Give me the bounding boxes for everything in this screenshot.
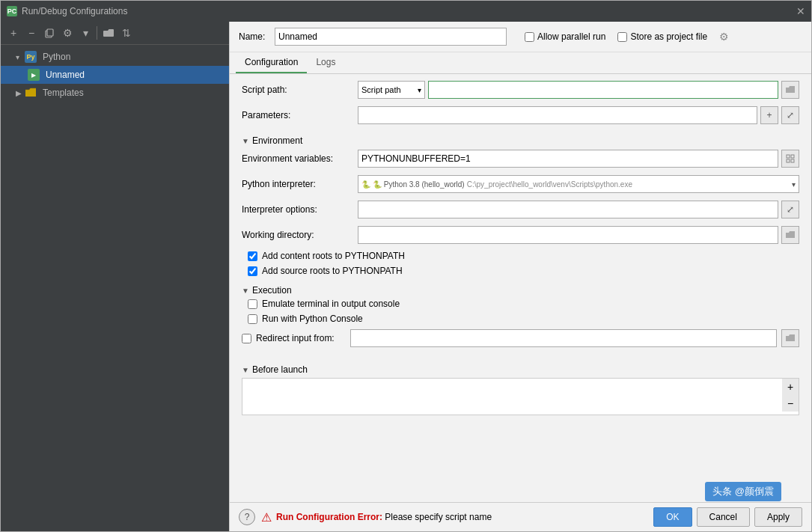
redirect-input-control: Redirect input from: bbox=[242, 329, 799, 347]
help-button[interactable]: ? bbox=[239, 509, 255, 525]
error-icon: ⚠ bbox=[261, 510, 272, 525]
python-arrow-icon: ▾ bbox=[16, 53, 25, 61]
python-interpreter-row: Python interpreter: 🐍 🐍 Python 3.8 (hell… bbox=[242, 174, 799, 194]
add-config-button[interactable]: + bbox=[5, 25, 22, 41]
unnamed-label: Unnamed bbox=[46, 70, 85, 80]
parameters-label: Parameters: bbox=[242, 110, 358, 120]
before-launch-remove-button[interactable]: − bbox=[782, 395, 799, 412]
folder-button[interactable] bbox=[100, 25, 117, 41]
add-source-roots-checkbox[interactable] bbox=[248, 266, 257, 276]
arrow-config-button[interactable]: ▾ bbox=[77, 25, 94, 41]
redirect-input-browse-button[interactable] bbox=[781, 329, 799, 347]
emulate-terminal-label: Emulate terminal in output console bbox=[262, 299, 400, 309]
sort-button[interactable]: ⇅ bbox=[118, 25, 135, 41]
redirect-input-label: Redirect input from: bbox=[256, 333, 346, 343]
add-content-roots-checkbox[interactable] bbox=[248, 251, 257, 261]
templates-label: Templates bbox=[43, 88, 84, 98]
bottom-buttons: OK Cancel Apply bbox=[653, 507, 802, 527]
environment-section-header[interactable]: ▼ Environment bbox=[242, 131, 799, 149]
run-config-icon: ▶ bbox=[28, 69, 40, 81]
ok-button[interactable]: OK bbox=[653, 507, 692, 527]
emulate-terminal-checkbox[interactable] bbox=[248, 299, 257, 309]
execution-arrow-icon: ▼ bbox=[242, 287, 249, 295]
parameters-input[interactable] bbox=[358, 106, 757, 124]
parameters-control: + ⤢ bbox=[358, 106, 799, 124]
redirect-input-checkbox[interactable] bbox=[242, 334, 251, 343]
tree-item-unnamed[interactable]: ▶ Unnamed bbox=[1, 66, 229, 84]
name-label: Name: bbox=[239, 31, 269, 42]
templates-folder-icon bbox=[25, 87, 37, 99]
script-path-control: Script path ▾ bbox=[358, 81, 799, 99]
app-icon: PC bbox=[7, 6, 17, 16]
copy-config-button[interactable] bbox=[41, 25, 58, 41]
error-message-area: ⚠ Run Configuration Error: Please specif… bbox=[261, 510, 492, 525]
allow-parallel-label[interactable]: Allow parallel run bbox=[525, 31, 605, 42]
script-path-browse-button[interactable] bbox=[781, 81, 799, 99]
tree-item-python[interactable]: ▾ Py Python bbox=[1, 48, 229, 66]
settings-config-button[interactable]: ⚙ bbox=[59, 25, 76, 41]
parameters-row: Parameters: + ⤢ bbox=[242, 106, 799, 125]
before-launch-header[interactable]: ▼ Before launch bbox=[242, 364, 799, 375]
execution-section-header[interactable]: ▼ Execution bbox=[242, 281, 799, 299]
parameters-expand-button[interactable]: ⤢ bbox=[781, 106, 799, 124]
allow-parallel-checkbox[interactable] bbox=[525, 32, 534, 42]
apply-button[interactable]: Apply bbox=[754, 507, 802, 527]
title-bar: PC Run/Debug Configurations ✕ bbox=[1, 1, 811, 22]
env-variables-edit-button[interactable] bbox=[781, 150, 799, 168]
interpreter-dropdown-arrow-icon: ▾ bbox=[792, 180, 796, 189]
script-path-row: Script path: Script path ▾ bbox=[242, 80, 799, 100]
tabs-row: Configuration Logs bbox=[230, 52, 811, 74]
interpreter-options-control: ⤢ bbox=[358, 201, 799, 218]
svg-rect-2 bbox=[787, 155, 790, 158]
config-area: Script path: Script path ▾ bbox=[230, 74, 811, 502]
name-options: Allow parallel run Store as project file… bbox=[525, 31, 729, 43]
script-path-input[interactable] bbox=[428, 81, 778, 99]
bottom-bar: ? ⚠ Run Configuration Error: Please spec… bbox=[230, 502, 811, 531]
store-as-project-label[interactable]: Store as project file bbox=[617, 31, 707, 42]
left-panel: + − ⚙ ▾ ⇅ ▾ Py bbox=[1, 22, 229, 531]
env-variables-row: Environment variables: PYTHONUNBUFFERED=… bbox=[242, 149, 799, 168]
before-launch-add-button[interactable]: + bbox=[782, 379, 799, 395]
python-folder-icon: Py bbox=[25, 51, 37, 63]
remove-config-button[interactable]: − bbox=[23, 25, 40, 41]
right-panel: Name: Allow parallel run Store as projec… bbox=[229, 22, 811, 531]
left-toolbar: + − ⚙ ▾ ⇅ bbox=[1, 22, 229, 45]
interpreter-options-input[interactable] bbox=[358, 201, 778, 218]
working-directory-input[interactable] bbox=[358, 226, 778, 244]
tree-item-templates[interactable]: ▶ Templates bbox=[1, 84, 229, 102]
name-row: Name: Allow parallel run Store as projec… bbox=[230, 22, 811, 52]
run-python-console-checkbox[interactable] bbox=[248, 314, 257, 324]
templates-arrow-icon: ▶ bbox=[16, 89, 25, 97]
add-content-roots-label: Add content roots to PYTHONPATH bbox=[262, 251, 405, 261]
working-directory-browse-button[interactable] bbox=[781, 226, 799, 244]
tab-configuration[interactable]: Configuration bbox=[236, 52, 307, 73]
env-variables-value: PYTHONUNBUFFERED=1 bbox=[358, 150, 778, 168]
add-source-roots-label: Add source roots to PYTHONPATH bbox=[262, 266, 403, 276]
tab-logs[interactable]: Logs bbox=[307, 52, 344, 73]
redirect-input-row: Redirect input from: bbox=[242, 328, 799, 348]
redirect-input-input[interactable] bbox=[350, 329, 777, 347]
main-form-section: Script path: Script path ▾ bbox=[230, 74, 811, 360]
before-launch-section: ▼ Before launch + − bbox=[230, 360, 811, 420]
python-interpreter-label: Python interpreter: bbox=[242, 179, 358, 189]
config-tree: ▾ Py Python ▶ Unnamed ▶ bbox=[1, 45, 229, 531]
environment-arrow-icon: ▼ bbox=[242, 137, 249, 145]
main-content: + − ⚙ ▾ ⇅ ▾ Py bbox=[1, 22, 811, 531]
python-interpreter-dropdown[interactable]: 🐍 🐍 Python 3.8 (hello_world) C:\py_proje… bbox=[358, 175, 799, 193]
svg-rect-5 bbox=[791, 159, 794, 162]
run-python-console-row: Run with Python Console bbox=[242, 314, 799, 324]
script-path-dropdown[interactable]: Script path ▾ bbox=[358, 81, 425, 99]
interpreter-options-expand-button[interactable]: ⤢ bbox=[781, 201, 799, 218]
store-as-project-checkbox[interactable] bbox=[617, 32, 627, 42]
main-window: PC Run/Debug Configurations ✕ + − ⚙ ▾ ⇅ bbox=[0, 0, 812, 532]
env-variables-label: Environment variables: bbox=[242, 153, 358, 164]
parameters-add-button[interactable]: + bbox=[760, 106, 778, 124]
cancel-button[interactable]: Cancel bbox=[697, 507, 750, 527]
python-label: Python bbox=[43, 52, 70, 62]
add-content-roots-row: Add content roots to PYTHONPATH bbox=[242, 251, 799, 261]
interpreter-options-label: Interpreter options: bbox=[242, 204, 358, 215]
dropdown-arrow-icon: ▾ bbox=[418, 86, 421, 94]
close-button[interactable]: ✕ bbox=[796, 5, 805, 17]
gear-icon[interactable]: ⚙ bbox=[719, 31, 729, 43]
name-input[interactable] bbox=[275, 28, 507, 46]
